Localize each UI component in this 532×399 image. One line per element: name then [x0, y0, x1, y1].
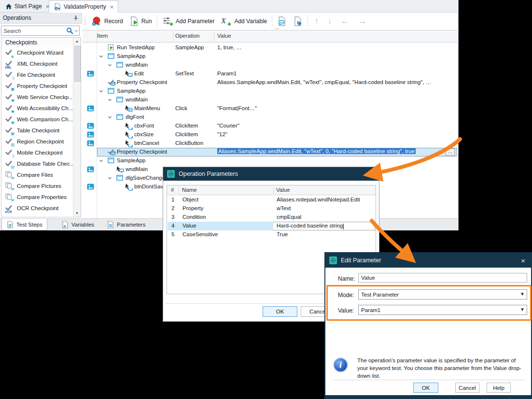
sidebar-item-xml-checkpoint[interactable]: XMLXML Checkpoint	[2, 58, 74, 69]
scroll-down-icon[interactable]: ▼	[73, 210, 81, 217]
step-item-label: Property Checkpoint	[117, 149, 167, 155]
test-step-row[interactable]: SampleApp	[83, 52, 458, 61]
sidebar-item-table-checkpoint[interactable]: ▦Table Checkpoint	[2, 125, 74, 136]
toggle-tags-button[interactable]	[292, 15, 304, 27]
scrollbar-thumb[interactable]	[74, 46, 81, 82]
test-step-row[interactable]: Run TestedAppSampleApp1, true, …	[83, 43, 458, 52]
tab-test-steps[interactable]: Test Steps	[1, 219, 47, 230]
test-step-row[interactable]: MainMenuClick"Format|Font…"	[83, 104, 458, 113]
sidebar-item-database-table-chec[interactable]: ▤Database Table Chec…	[2, 158, 74, 169]
toolbar-overflow-icon[interactable]: …	[275, 25, 280, 30]
sidebar-item-property-checkpoint[interactable]: ▣Property Checkpoint	[2, 81, 74, 91]
close-tab-icon[interactable]: ×	[110, 3, 114, 11]
test-step-row[interactable]: SampleApp	[83, 157, 458, 165]
sidebar-item-file-checkpoint[interactable]: ▯File Checkpoint	[2, 70, 74, 80]
param-name: Condition	[182, 214, 206, 220]
parameter-row-property[interactable]: 2PropertywText	[168, 204, 375, 213]
chevron-down-icon[interactable]: ▼	[520, 307, 525, 312]
add-parameter-button[interactable]: Add Parameter	[161, 15, 216, 27]
run-button[interactable]: Run	[128, 15, 154, 27]
search-icon[interactable]	[66, 27, 73, 34]
sidebar-item-mobile-checkpoint[interactable]: ▯Mobile Checkpoint	[2, 147, 74, 158]
test-step-row[interactable]: cbxSizeClickItem"12"	[83, 130, 458, 139]
screenshot-thumbnail-icon[interactable]	[87, 140, 94, 146]
dialog-titlebar[interactable]: Operation Parameters ×	[163, 167, 379, 181]
screenshot-thumbnail-icon[interactable]	[87, 184, 94, 190]
search-input[interactable]	[1, 28, 66, 34]
cancel-button[interactable]: Cancel	[455, 383, 479, 393]
column-item[interactable]: Item	[97, 33, 108, 39]
parameter-row-casesensitive[interactable]: 5CaseSensitiveTrue	[168, 230, 375, 239]
ellipsis-button[interactable]: …	[446, 148, 455, 156]
test-step-row[interactable]: Property CheckpointAliases.SampleApp.wnd…	[83, 148, 458, 157]
test-step-row[interactable]: wndMain	[83, 61, 458, 70]
move-down-button[interactable]: ↓	[325, 16, 335, 26]
ok-button[interactable]: OK	[413, 383, 438, 393]
chevron-down-icon[interactable]: ▼	[520, 291, 525, 297]
pin-icon[interactable]	[73, 15, 79, 21]
parameter-row-value[interactable]: 4ValueHard-coded baseline string	[168, 222, 375, 230]
chevron-down-icon[interactable]	[108, 98, 112, 102]
column-name[interactable]: Name	[182, 187, 197, 193]
chevron-down-icon[interactable]	[99, 55, 103, 58]
ok-button[interactable]: OK	[263, 306, 297, 317]
click-control-icon	[125, 122, 133, 130]
operations-scrollbar[interactable]: ▲ ▼	[73, 38, 81, 217]
screenshot-thumbnail-icon[interactable]	[87, 166, 94, 172]
screenshot-thumbnail-icon[interactable]	[87, 123, 94, 129]
column-value[interactable]: Value	[217, 33, 231, 39]
dialog-titlebar[interactable]: Edit Parameter ×	[325, 253, 531, 268]
sidebar-item-web-accessibility-ch[interactable]: ◉Web Accessibility Ch…	[2, 103, 74, 114]
test-step-row[interactable]: Property CheckpointAliases.SampleApp.wnd…	[83, 78, 458, 87]
move-up-button[interactable]: ↑	[311, 16, 322, 26]
record-button[interactable]: Record	[90, 15, 125, 27]
forward-button[interactable]: →	[355, 16, 369, 26]
chevron-down-icon[interactable]	[108, 176, 112, 180]
screenshot-thumbnail-icon[interactable]	[87, 131, 94, 138]
test-step-row[interactable]: SampleApp	[83, 87, 458, 96]
screenshot-thumbnail-icon[interactable]	[87, 71, 94, 77]
close-icon[interactable]: ×	[519, 256, 527, 265]
column-num[interactable]: #	[171, 187, 174, 193]
sidebar-item-compare-pictures[interactable]: ⇄Compare Pictures	[2, 181, 74, 191]
value-dropdown[interactable]: Param1 ▼	[358, 305, 527, 315]
sidebar-item-region-checkpoint[interactable]: ▨Region Checkpoint	[2, 136, 74, 147]
click-control-icon	[125, 140, 133, 147]
chevron-down-icon[interactable]	[99, 89, 103, 93]
close-icon[interactable]: ×	[367, 170, 375, 178]
step-operation: ClickItem	[175, 131, 198, 137]
column-value[interactable]: Value	[276, 187, 290, 193]
sidebar-item-ocr-checkpoint[interactable]: OCROCR Checkpoint	[2, 203, 74, 214]
sidebar-item-web-service-checkp[interactable]: ◉Web Service Checkp…	[2, 92, 74, 102]
help-button[interactable]: Help	[487, 383, 511, 393]
sidebar-item-compare-files[interactable]: ⇄Compare Files	[2, 170, 74, 180]
toolbar-grip[interactable]	[84, 18, 85, 25]
info-text: The operation's parameter value is speci…	[357, 356, 527, 380]
tab-validateproperty[interactable]: ValidateProperty ×	[49, 0, 118, 13]
test-step-row[interactable]: cbxFontClickItem"Courier"	[83, 122, 458, 130]
parameter-row-condition[interactable]: 3ConditioncmpEqual	[168, 213, 375, 222]
tag-document-icon	[293, 16, 303, 26]
test-step-row[interactable]: dlgFont	[83, 113, 458, 122]
test-step-row[interactable]: EditSetTextParam1	[83, 70, 458, 78]
chevron-down-icon[interactable]	[99, 159, 103, 163]
sidebar-item-checkpoint-wizard[interactable]: +Checkpoint Wizard	[2, 47, 74, 58]
scroll-up-icon[interactable]: ▲	[73, 38, 81, 45]
screenshot-thumbnail-icon[interactable]	[87, 105, 94, 112]
add-variable-button[interactable]: X Add Variable	[219, 15, 268, 27]
search-options-chevron-icon[interactable]	[74, 29, 78, 32]
chevron-down-icon[interactable]	[108, 63, 112, 67]
chevron-down-icon[interactable]	[108, 115, 112, 119]
column-operation[interactable]: Operation	[175, 33, 200, 39]
sidebar-item-compare-properties[interactable]: ⇄Compare Properties	[2, 192, 74, 202]
sidebar-item-web-comparison-ch[interactable]: ◉Web Comparison Ch…	[2, 114, 74, 125]
back-button[interactable]: ←	[338, 16, 352, 26]
test-step-row[interactable]: btnCancelClickButton	[83, 139, 458, 148]
tab-start-page[interactable]: Start Page ×	[1, 1, 54, 12]
parameter-row-object[interactable]: 1ObjectAliases.notepad.wndNotepad.Edit	[168, 196, 375, 204]
tab-parameters[interactable]: Parameters	[102, 219, 150, 230]
name-field[interactable]: Value	[358, 273, 527, 283]
mode-dropdown[interactable]: Test Parameter ▼	[358, 289, 527, 299]
test-step-row[interactable]: wndMain	[83, 96, 458, 104]
tab-variables[interactable]: x Variables	[57, 219, 98, 230]
